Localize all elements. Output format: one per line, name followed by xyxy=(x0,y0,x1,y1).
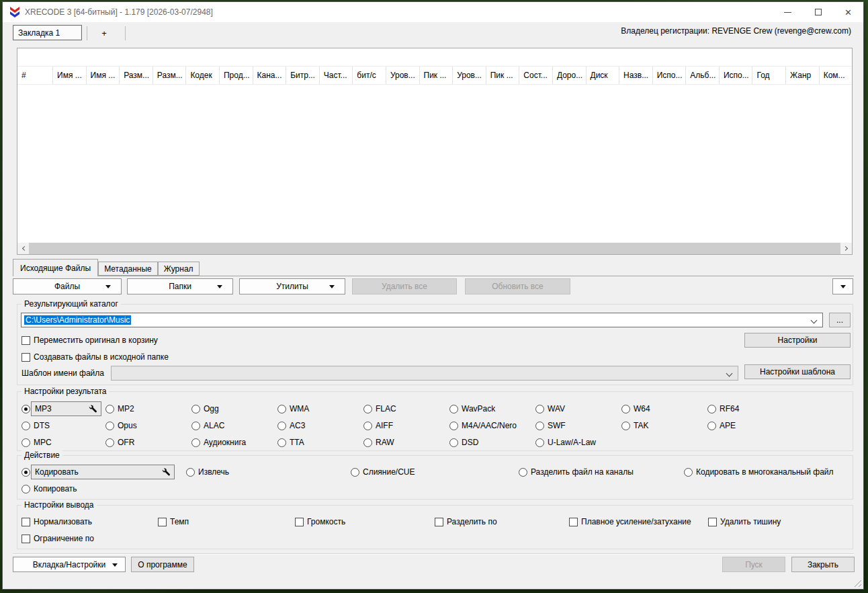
format-ac3-radio[interactable]: AC3 xyxy=(277,420,305,431)
column-header[interactable]: Диск xyxy=(587,67,620,84)
column-header[interactable]: Испо... xyxy=(720,67,753,84)
format-mp3-settings-box[interactable]: MP3 xyxy=(31,401,101,416)
fade-in-out-checkbox[interactable]: Плавное усиление/затухание xyxy=(569,516,691,527)
filename-template-combobox[interactable] xyxy=(111,366,738,381)
format-mpc-radio[interactable]: MPC xyxy=(21,437,52,448)
tab-metadata[interactable]: Метаданные xyxy=(98,262,158,276)
format-ulaw-radio[interactable]: U-Law/A-Law xyxy=(535,437,596,448)
column-header[interactable]: Пик ... xyxy=(420,67,453,84)
column-header[interactable]: Испо... xyxy=(653,67,687,84)
column-header[interactable]: Ком... xyxy=(820,67,852,84)
tab-output-files[interactable]: Исходящие Файлы xyxy=(13,259,98,276)
volume-checkbox[interactable]: Громкость xyxy=(295,516,345,527)
limit-by-checkbox[interactable]: Ограничение по xyxy=(21,533,94,544)
browse-button[interactable]: ... xyxy=(829,313,851,327)
column-header[interactable]: Имя ... xyxy=(53,67,87,84)
format-rf64-radio[interactable]: RF64 xyxy=(707,403,739,414)
maximize-button[interactable] xyxy=(803,2,833,22)
column-header[interactable]: бит/с xyxy=(353,67,386,84)
utilities-dropdown-button[interactable]: Утилиты xyxy=(239,278,345,294)
tempo-checkbox[interactable]: Темп xyxy=(158,516,189,527)
column-header[interactable]: # xyxy=(17,67,53,84)
format-audiobook-radio[interactable]: Аудиокнига xyxy=(191,437,246,448)
format-swf-radio[interactable]: SWF xyxy=(535,420,566,431)
format-opus-radio[interactable]: Opus xyxy=(105,420,137,431)
column-header[interactable]: Разм... xyxy=(120,67,153,84)
format-raw-radio[interactable]: RAW xyxy=(363,437,394,448)
output-directory-combobox[interactable]: C:\Users\Administrator\Music xyxy=(21,313,823,327)
file-list[interactable]: #Имя ...Имя ...Разм...Разм...КодекПрод..… xyxy=(17,48,853,255)
normalize-checkbox[interactable]: Нормализовать xyxy=(21,516,92,527)
column-header[interactable]: Имя ... xyxy=(87,67,120,84)
delete-all-button[interactable]: Удалить все xyxy=(352,278,457,294)
about-button[interactable]: О программе xyxy=(131,557,194,572)
scrollbar-thumb[interactable] xyxy=(29,243,840,254)
action-encode-settings-box[interactable]: Кодировать xyxy=(31,465,175,479)
format-tta-radio[interactable]: TTA xyxy=(277,437,304,448)
format-aiff-radio[interactable]: AIFF xyxy=(363,420,393,431)
format-dts-radio[interactable]: DTS xyxy=(21,420,50,431)
action-encode-multichannel-radio[interactable]: Кодировать в многоканальный файл xyxy=(684,467,834,477)
tab-log[interactable]: Журнал xyxy=(158,262,200,276)
column-header[interactable]: Жанр xyxy=(786,67,820,84)
format-w64-radio[interactable]: W64 xyxy=(621,403,650,414)
remove-silence-checkbox[interactable]: Удалить тишину xyxy=(708,516,781,527)
create-in-source-checkbox[interactable]: Создавать файлы в исходной папке xyxy=(21,352,169,362)
titlebar: XRECODE 3 [64-битный] - 1.179 [2026-03-0… xyxy=(3,2,863,22)
format-label: WMA xyxy=(290,404,309,413)
files-dropdown-button[interactable]: Файлы xyxy=(13,278,122,294)
format-alac-radio[interactable]: ALAC xyxy=(191,420,224,431)
resize-grip[interactable] xyxy=(853,578,861,587)
folders-dropdown-button[interactable]: Папки xyxy=(127,278,233,294)
column-header[interactable]: Уров... xyxy=(386,67,420,84)
split-by-checkbox[interactable]: Разделить по xyxy=(435,516,497,527)
close-app-button[interactable]: Закрыть xyxy=(791,557,855,572)
add-tab-button[interactable]: + xyxy=(92,26,116,40)
action-split-channels-radio[interactable]: Разделить файл на каналы xyxy=(519,467,634,477)
tab-bookmark-1[interactable]: Закладка 1 xyxy=(13,25,82,40)
column-header[interactable]: Прод... xyxy=(220,67,253,84)
column-header[interactable]: Битр... xyxy=(286,67,320,84)
format-m4a-radio[interactable]: M4A/AAC/Nero xyxy=(449,420,517,431)
format-ape-radio[interactable]: APE xyxy=(707,420,736,431)
minimize-button[interactable] xyxy=(773,2,803,22)
column-header[interactable]: Назв... xyxy=(619,67,653,84)
close-button[interactable]: ✕ xyxy=(833,2,863,22)
horizontal-scrollbar[interactable] xyxy=(17,243,852,254)
format-wav-radio[interactable]: WAV xyxy=(535,403,565,414)
start-button[interactable]: Пуск xyxy=(722,557,785,572)
action-extract-radio[interactable]: Извлечь xyxy=(186,467,229,477)
refresh-all-button[interactable]: Обновить все xyxy=(465,278,570,294)
template-settings-button[interactable]: Настройки шаблона xyxy=(744,364,851,379)
settings-button[interactable]: Настройки xyxy=(744,333,851,348)
column-header[interactable]: Кодек xyxy=(186,67,220,84)
column-header[interactable]: Альб... xyxy=(686,67,720,84)
move-original-checkbox[interactable]: Переместить оригинал в корзину xyxy=(21,335,158,346)
column-header[interactable]: Уров... xyxy=(453,67,486,84)
format-label: WAV xyxy=(548,404,565,413)
action-merge-cue-radio[interactable]: Слияние/CUE xyxy=(351,467,415,477)
format-ogg-radio[interactable]: Ogg xyxy=(191,403,219,414)
more-dropdown-button[interactable] xyxy=(832,278,853,294)
scroll-left-button[interactable] xyxy=(17,243,29,254)
column-header[interactable]: Част... xyxy=(320,67,353,84)
format-dsd-radio[interactable]: DSD xyxy=(449,437,478,448)
scroll-right-button[interactable] xyxy=(840,243,852,254)
format-wavpack-radio[interactable]: WavPack xyxy=(449,403,495,414)
format-mp3-radio[interactable] xyxy=(21,403,30,414)
format-wma-radio[interactable]: WMA xyxy=(277,403,309,414)
format-ofr-radio[interactable]: OFR xyxy=(105,437,134,448)
column-header[interactable]: Разм... xyxy=(153,67,187,84)
tab-settings-dropdown-button[interactable]: Вкладка/Настройки xyxy=(13,557,126,572)
column-header[interactable]: Год xyxy=(752,67,786,84)
action-copy-radio[interactable]: Копировать xyxy=(21,483,77,494)
action-encode-radio[interactable] xyxy=(21,467,30,477)
format-flac-radio[interactable]: FLAC xyxy=(363,403,396,414)
column-header[interactable]: Кана... xyxy=(253,67,287,84)
output-options-group: Настройки вывода Нормализовать Темп Гром… xyxy=(17,505,853,549)
column-header[interactable]: Сост... xyxy=(519,67,553,84)
format-tak-radio[interactable]: TAK xyxy=(621,420,648,431)
column-header[interactable]: Пик ... xyxy=(486,67,520,84)
format-mp2-radio[interactable]: MP2 xyxy=(105,403,134,414)
column-header[interactable]: Доро... xyxy=(553,67,587,84)
